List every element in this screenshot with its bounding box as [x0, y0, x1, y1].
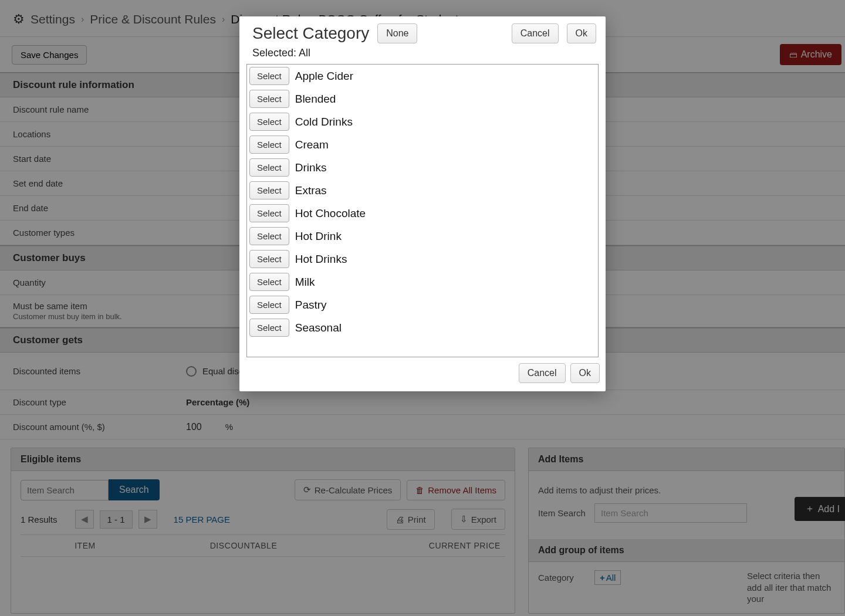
select-button[interactable]: Select: [249, 250, 289, 268]
select-button[interactable]: Select: [249, 158, 289, 177]
category-row: SelectCream: [247, 133, 598, 156]
category-name: Hot Drink: [295, 230, 342, 243]
select-button[interactable]: Select: [249, 319, 289, 337]
category-name: Pastry: [295, 299, 327, 312]
selected-line: Selected: All: [239, 47, 606, 64]
category-row: SelectSeasonal: [247, 316, 598, 339]
select-button[interactable]: Select: [249, 67, 289, 85]
category-name: Hot Drinks: [295, 253, 347, 266]
category-row: SelectApple Cider: [247, 65, 598, 87]
category-name: Apple Cider: [295, 70, 353, 83]
select-button[interactable]: Select: [249, 296, 289, 314]
category-name: Blended: [295, 93, 336, 106]
category-list[interactable]: SelectApple CiderSelectBlendedSelectCold…: [246, 64, 599, 357]
category-name: Drinks: [295, 161, 327, 174]
category-name: Cream: [295, 138, 329, 151]
category-row: SelectPastry: [247, 293, 598, 316]
category-row: SelectHot Drinks: [247, 248, 598, 270]
category-name: Seasonal: [295, 321, 342, 334]
select-button[interactable]: Select: [249, 227, 289, 245]
category-name: Milk: [295, 276, 315, 289]
select-button[interactable]: Select: [249, 181, 289, 199]
modal-title: Select Category: [252, 24, 369, 43]
category-row: SelectMilk: [247, 270, 598, 293]
none-button[interactable]: None: [377, 23, 417, 43]
category-name: Cold Drinks: [295, 116, 353, 128]
category-row: SelectHot Drink: [247, 225, 598, 248]
cancel-button-bottom[interactable]: Cancel: [519, 363, 566, 383]
category-row: SelectHot Chocolate: [247, 202, 598, 225]
ok-button-top[interactable]: Ok: [567, 23, 596, 43]
category-row: SelectDrinks: [247, 156, 598, 179]
select-button[interactable]: Select: [249, 136, 289, 154]
cancel-button-top[interactable]: Cancel: [512, 23, 559, 43]
modal-overlay: Select Category None Cancel Ok Selected:…: [0, 0, 845, 616]
select-button[interactable]: Select: [249, 273, 289, 291]
select-button[interactable]: Select: [249, 204, 289, 222]
select-button[interactable]: Select: [249, 90, 289, 108]
category-name: Hot Chocolate: [295, 207, 366, 220]
category-row: SelectBlended: [247, 87, 598, 110]
ok-button-bottom[interactable]: Ok: [570, 363, 600, 383]
category-name: Extras: [295, 184, 327, 197]
category-row: SelectCold Drinks: [247, 110, 598, 133]
select-button[interactable]: Select: [249, 113, 289, 131]
select-category-modal: Select Category None Cancel Ok Selected:…: [239, 16, 606, 391]
category-row: SelectExtras: [247, 179, 598, 202]
